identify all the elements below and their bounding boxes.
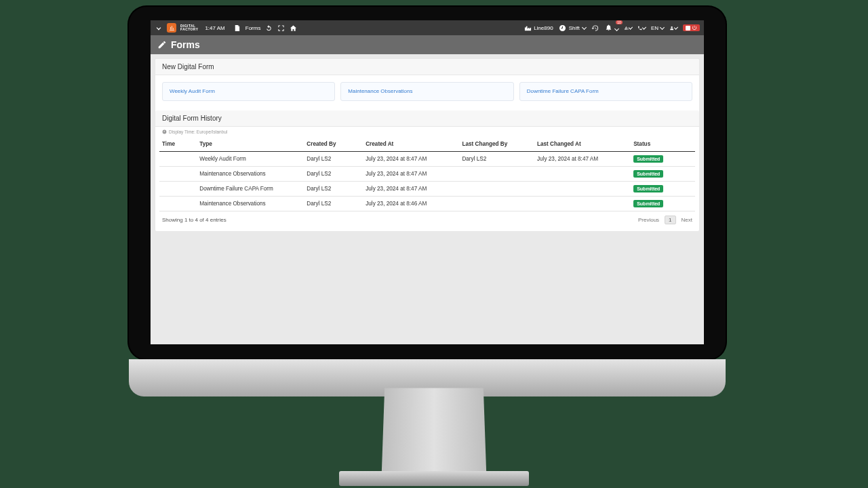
status-badge: Submitted — [633, 170, 663, 178]
cell-type: Weekly Audit Form — [197, 152, 304, 167]
table-row[interactable]: Weekly Audit FormDaryl LS2July 23, 2024 … — [159, 152, 695, 167]
new-form-links: Weekly Audit Form Maintenance Observatio… — [155, 75, 699, 108]
cell-time — [159, 182, 197, 197]
brand-text: DIGITAL FACTORY — [180, 24, 198, 31]
chevron-down-icon — [660, 24, 665, 29]
cell-created-by: Daryl LS2 — [304, 152, 363, 167]
chevron-down-icon — [674, 25, 678, 29]
cell-last-changed-by — [459, 197, 534, 211]
cell-type: Maintenance Observations — [197, 197, 304, 211]
refresh-icon[interactable] — [264, 24, 273, 32]
status-badge: Submitted — [633, 155, 663, 163]
square-icon — [686, 26, 690, 30]
main-card: New Digital Form Weekly Audit Form Maint… — [155, 58, 700, 232]
page-title: Forms — [171, 39, 200, 50]
signal-icon[interactable] — [624, 24, 632, 32]
new-form-link-weekly-audit[interactable]: Weekly Audit Form — [162, 82, 335, 101]
cell-last-changed-at: July 23, 2024 at 8:47 AM — [534, 152, 631, 167]
brand-logo-icon[interactable] — [167, 23, 176, 33]
cell-status: Submitted — [631, 182, 695, 197]
language-label: EN — [651, 25, 658, 31]
table-row[interactable]: Maintenance ObservationsDaryl LS2July 23… — [159, 197, 695, 211]
line-label: Line890 — [534, 25, 553, 31]
col-created-by[interactable]: Created By — [304, 137, 363, 152]
table-header-row: Time Type Created By Created At Last Cha… — [159, 137, 695, 152]
timezone-note: Display Time: Europe/Istanbul — [155, 127, 699, 137]
cell-last-changed-at — [534, 182, 631, 197]
nav-forms-label[interactable]: Forms — [245, 25, 261, 31]
cell-created-by: Daryl LS2 — [304, 197, 363, 211]
history-icon[interactable] — [591, 24, 599, 32]
home-icon[interactable] — [289, 24, 297, 32]
file-icon[interactable] — [233, 24, 241, 32]
user-icon[interactable] — [669, 24, 677, 32]
factory-icon — [524, 24, 532, 32]
cell-type: Maintenance Observations — [197, 167, 304, 182]
cell-created-at: July 23, 2024 at 8:47 AM — [363, 182, 459, 197]
col-last-changed-at[interactable]: Last Changed At — [534, 137, 631, 152]
col-created-at[interactable]: Created At — [363, 137, 459, 152]
line-selector[interactable]: Line890 — [524, 24, 553, 32]
cell-time — [159, 152, 197, 167]
cell-created-at: July 23, 2024 at 8:46 AM — [363, 197, 459, 211]
shift-selector[interactable]: Shift — [559, 24, 586, 32]
col-last-changed-by[interactable]: Last Changed By — [459, 137, 534, 152]
power-button[interactable] — [683, 24, 700, 31]
history-section-header: Digital Form History — [155, 110, 699, 127]
fullscreen-icon[interactable] — [277, 24, 285, 32]
monitor-stand-base — [339, 471, 529, 486]
chevron-down-icon — [629, 25, 633, 29]
cell-created-by: Daryl LS2 — [304, 167, 363, 182]
cell-last-changed-at — [534, 197, 631, 211]
clock-small-icon — [162, 129, 167, 134]
power-icon — [692, 25, 697, 30]
table-row[interactable]: Downtime Failure CAPA FormDaryl LS2July … — [159, 182, 695, 197]
cell-time — [159, 167, 197, 182]
cell-status: Submitted — [631, 152, 695, 167]
pagination: Previous 1 Next — [638, 216, 692, 224]
cell-time — [159, 197, 197, 211]
chevron-down-icon — [642, 25, 646, 29]
notifications-button[interactable]: 10 — [605, 23, 618, 33]
cell-last-changed-by: Daryl LS2 — [459, 152, 534, 167]
cell-last-changed-by — [459, 182, 534, 197]
col-time[interactable]: Time — [159, 137, 197, 152]
new-form-link-maintenance[interactable]: Maintenance Observations — [340, 82, 513, 101]
chevron-down-icon — [582, 24, 587, 29]
notifications-count: 10 — [616, 20, 623, 24]
history-table: Time Type Created By Created At Last Cha… — [159, 137, 695, 211]
shift-label: Shift — [569, 25, 580, 31]
cell-created-at: July 23, 2024 at 8:47 AM — [363, 152, 459, 167]
pagination-prev[interactable]: Previous — [638, 217, 659, 223]
pagination-page-1[interactable]: 1 — [665, 216, 675, 224]
col-status[interactable]: Status — [631, 137, 695, 152]
page-content: New Digital Form Weekly Audit Form Maint… — [151, 54, 704, 236]
menu-chevron-icon[interactable] — [155, 24, 163, 32]
status-badge: Submitted — [633, 200, 663, 207]
cell-created-by: Daryl LS2 — [304, 182, 363, 197]
cell-last-changed-by — [459, 167, 534, 182]
phone-icon[interactable] — [637, 24, 646, 32]
monitor-stand-neck — [382, 388, 487, 476]
pagination-info: Showing 1 to 4 of 4 entries — [162, 217, 226, 223]
pagination-next[interactable]: Next — [682, 217, 692, 223]
edit-icon — [157, 40, 167, 49]
monitor-frame: DIGITAL FACTORY 1:47 AM Forms — [129, 7, 726, 359]
top-toolbar: DIGITAL FACTORY 1:47 AM Forms — [151, 20, 704, 35]
table-footer: Showing 1 to 4 of 4 entries Previous 1 N… — [155, 211, 699, 224]
toolbar-clock: 1:47 AM — [205, 25, 224, 31]
language-selector[interactable]: EN — [651, 25, 664, 31]
status-badge: Submitted — [633, 185, 663, 192]
chevron-down-icon — [614, 26, 619, 31]
new-form-link-downtime-capa[interactable]: Downtime Failure CAPA Form — [519, 82, 692, 101]
clock-icon — [559, 24, 567, 32]
timezone-label: Display Time: Europe/Istanbul — [169, 129, 227, 134]
cell-status: Submitted — [631, 167, 695, 182]
cell-status: Submitted — [631, 197, 695, 211]
bell-icon — [605, 23, 613, 31]
col-type[interactable]: Type — [197, 137, 304, 152]
cell-type: Downtime Failure CAPA Form — [197, 182, 304, 197]
new-form-section-header: New Digital Form — [155, 59, 699, 75]
page-header: Forms — [151, 35, 704, 54]
table-row[interactable]: Maintenance ObservationsDaryl LS2July 23… — [159, 167, 695, 182]
